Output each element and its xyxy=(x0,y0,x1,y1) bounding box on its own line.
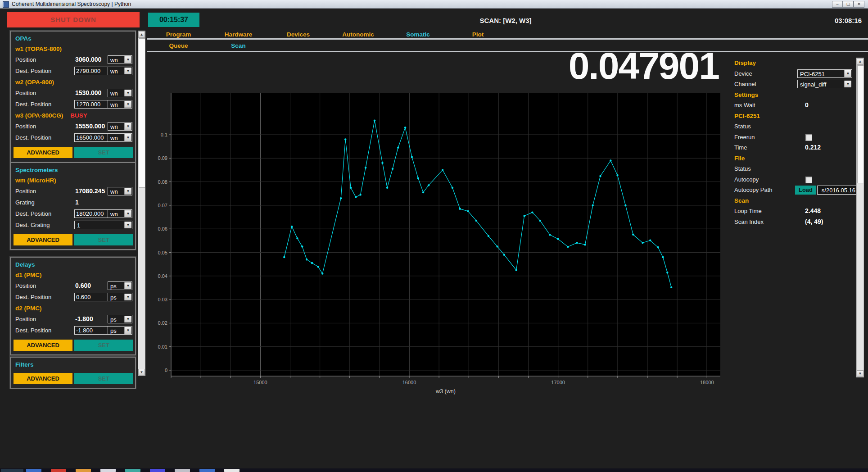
unit-select[interactable]: ps▼ xyxy=(108,315,132,323)
unit-select[interactable]: ps▼ xyxy=(108,281,132,290)
taskbar-icon[interactable] xyxy=(175,469,190,472)
taskbar[interactable] xyxy=(0,468,868,472)
scroll-down-icon[interactable]: ▼ xyxy=(857,370,863,377)
group-w2-opa-800: w2 (OPA-800) xyxy=(15,79,54,86)
taskbar-icon[interactable] xyxy=(100,469,116,472)
taskbar-icon[interactable] xyxy=(51,469,66,472)
set-button[interactable]: SET xyxy=(74,147,133,158)
unit-select[interactable]: wn▼ xyxy=(108,55,132,64)
unit-select[interactable]: ps▼ xyxy=(108,293,132,301)
sub-tab-bar: QueueScan xyxy=(149,42,268,49)
subtab-queue[interactable]: Queue xyxy=(149,42,208,49)
advanced-button[interactable]: ADVANCED xyxy=(14,234,72,245)
right-scrollbar-thumb[interactable] xyxy=(857,65,864,183)
x-tick-label: 16000 xyxy=(402,380,416,385)
x-tick-label: 15000 xyxy=(253,380,267,385)
autocopy-label: Autocopy xyxy=(734,176,759,183)
grating-value: 1 xyxy=(75,199,115,206)
x-tick-label: 17000 xyxy=(551,380,565,385)
dest-grating-label: Dest. Grating xyxy=(15,222,50,228)
panel-title: Delays xyxy=(15,261,35,268)
taskbar-icon[interactable] xyxy=(199,469,215,472)
unit-select[interactable]: wn▼ xyxy=(108,209,132,218)
set-button[interactable]: SET xyxy=(74,340,133,351)
group-d2-pmc: d2 (PMC) xyxy=(15,305,42,312)
unit-select[interactable]: wn▼ xyxy=(108,100,132,109)
autocopy-checkbox[interactable] xyxy=(805,177,812,183)
right-scrollbar[interactable]: ▲ ▼ xyxy=(856,58,864,377)
device-select[interactable]: PCI-6251▼ xyxy=(797,69,852,78)
tab-hardware[interactable]: Hardware xyxy=(208,31,268,38)
status-label: Status xyxy=(734,123,751,130)
scan-index-value: (4, 49) xyxy=(805,218,823,225)
taskbar-icon[interactable] xyxy=(224,469,240,472)
scroll-down-icon[interactable]: ▼ xyxy=(138,369,145,376)
set-button[interactable]: SET xyxy=(74,234,133,245)
advanced-button[interactable]: ADVANCED xyxy=(14,340,72,351)
title-bar: Coherent Multidimensional Spectroscopy |… xyxy=(0,0,868,9)
group-d1-pmc: d1 (PMC) xyxy=(15,272,42,278)
dest-position-input[interactable] xyxy=(74,133,110,142)
maximize-button[interactable]: ▢ xyxy=(843,1,854,8)
group-w3-opa-800cg: w3 (OPA-800CG)BUSY xyxy=(15,112,87,119)
autocopy-path-label: Autocopy Path xyxy=(734,186,773,193)
scroll-up-icon[interactable]: ▲ xyxy=(857,58,863,65)
set-button[interactable]: SET xyxy=(74,373,133,384)
loop-time-value: 2.448 xyxy=(805,207,821,214)
main-tab-bar: ProgramHardwareDevicesAutonomicSomaticPl… xyxy=(149,31,508,38)
ms-wait-label: ms Wait xyxy=(734,102,755,109)
unit-select[interactable]: wn▼ xyxy=(108,89,132,97)
tab-autonomic[interactable]: Autonomic xyxy=(328,31,388,38)
dropdown-arrow-icon: ▼ xyxy=(124,188,131,195)
group-w1-topas-800: w1 (TOPAS-800) xyxy=(15,45,62,52)
scroll-up-icon[interactable]: ▲ xyxy=(138,31,145,38)
group-wm-microhr: wm (MicroHR) xyxy=(15,177,56,184)
channel-select[interactable]: signal_diff▼ xyxy=(797,80,852,88)
plot-background xyxy=(171,93,720,376)
left-scrollbar-thumb[interactable] xyxy=(139,38,145,188)
taskbar-icon[interactable] xyxy=(1,469,23,472)
dropdown-arrow-icon: ▼ xyxy=(124,282,131,289)
dest-position-label: Dest. Position xyxy=(15,210,51,217)
unit-select[interactable]: ps▼ xyxy=(108,326,132,335)
tab-program[interactable]: Program xyxy=(149,31,208,38)
taskbar-icon[interactable] xyxy=(150,469,165,472)
y-tick-label: 0.03 xyxy=(158,297,167,302)
dest-position-input[interactable] xyxy=(74,293,110,301)
dest-position-input[interactable] xyxy=(74,209,110,218)
shutdown-button[interactable]: SHUT DOWN xyxy=(7,12,140,27)
tab-somatic[interactable]: Somatic xyxy=(388,31,448,38)
unit-select[interactable]: wn▼ xyxy=(108,133,132,142)
load-button[interactable]: Load xyxy=(795,186,816,195)
dropdown-arrow-icon: ▼ xyxy=(844,70,851,77)
dropdown-arrow-icon: ▼ xyxy=(124,101,131,108)
dest-position-input[interactable] xyxy=(74,326,110,335)
loop-time-label: Loop Time xyxy=(734,208,762,214)
taskbar-icon[interactable] xyxy=(76,469,91,472)
unit-select[interactable]: wn▼ xyxy=(108,67,132,75)
close-button[interactable]: ✕ xyxy=(854,1,864,8)
dropdown-arrow-icon: ▼ xyxy=(124,68,131,74)
dropdown-arrow-icon: ▼ xyxy=(124,222,131,228)
advanced-button[interactable]: ADVANCED xyxy=(14,373,72,384)
tab-underline xyxy=(147,38,868,40)
tab-devices[interactable]: Devices xyxy=(268,31,328,38)
taskbar-icon[interactable] xyxy=(26,469,41,472)
unit-select[interactable]: wn▼ xyxy=(108,187,132,195)
advanced-button[interactable]: ADVANCED xyxy=(14,147,72,158)
tab-plot[interactable]: Plot xyxy=(448,31,508,38)
freerun-checkbox[interactable] xyxy=(805,134,812,141)
dest-grating-select[interactable]: 1▼ xyxy=(74,221,132,229)
unit-select[interactable]: wn▼ xyxy=(108,122,132,131)
dest-position-input[interactable] xyxy=(74,100,110,109)
dest-position-input[interactable] xyxy=(74,67,110,75)
subtab-underline xyxy=(147,51,868,52)
minimize-button[interactable]: – xyxy=(832,1,843,8)
y-tick-label: 0.09 xyxy=(158,155,167,161)
subtab-scan[interactable]: Scan xyxy=(208,42,268,49)
taskbar-icon[interactable] xyxy=(125,469,140,472)
position-label: Position xyxy=(15,316,36,322)
left-scrollbar[interactable]: ▲ ▼ xyxy=(138,31,145,376)
autocopy-path-input[interactable] xyxy=(817,186,857,195)
section-scan: Scan xyxy=(734,197,749,204)
